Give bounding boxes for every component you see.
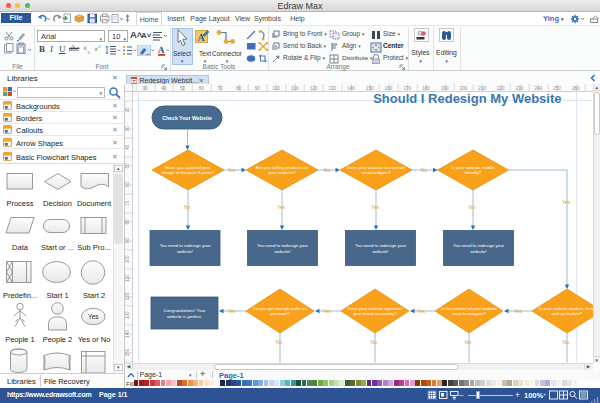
svg-text:social widgets?: social widgets? [361,170,391,175]
svg-text:website!: website! [372,249,388,254]
svg-text:30: 30 [125,126,130,132]
svg-text:60: 60 [125,182,130,188]
svg-text:50: 50 [125,163,130,169]
svg-text:No: No [469,204,476,210]
svg-text:Is your website modern, fresh: Is your website modern, fresh [539,306,593,311]
svg-text:No: No [324,167,331,173]
svg-text:website!: website! [177,249,193,254]
svg-text:40: 40 [125,144,130,150]
svg-text:and up-to-date?: and up-to-date? [552,311,583,316]
svg-text:Is the content of your website: Is the content of your website [441,306,498,311]
svg-text:website!: website! [470,249,486,254]
svg-text:friendly?: friendly? [465,170,482,175]
svg-text:Yes: Yes [227,167,236,173]
svg-text:You need to redesign your: You need to redesign your [159,243,211,248]
svg-text:20: 20 [125,107,130,113]
svg-text:website is perfect.: website is perfect. [167,314,202,319]
svg-text:No: No [276,339,283,345]
svg-text:150: 150 [125,348,130,356]
svg-text:easy to navigate?: easy to navigate? [452,311,486,316]
svg-text:110: 110 [125,274,130,282]
svg-text:Check Your Website: Check Your Website [162,115,212,121]
svg-text:140: 140 [125,330,130,338]
svg-text:Do you get enough traffic as: Do you get enough traffic as [253,306,307,311]
svg-text:130: 130 [125,311,130,319]
svg-text:No: No [371,339,378,345]
svg-text:A: A [198,32,206,43]
svg-text:design in the past 3 years?: design in the past 3 years? [162,170,215,175]
svg-text:No: No [563,339,570,345]
svg-text:A: A [158,45,165,55]
svg-text:You need to redesign your: You need to redesign your [453,243,505,248]
svg-text:Congratulations! Your: Congratulations! Your [164,308,207,313]
svg-text:No: No [465,339,472,345]
svg-text:Yes: Yes [88,313,99,320]
svg-text:Yes: Yes [227,308,236,314]
svg-text:you want?: you want? [270,311,290,316]
svg-text:You need to redesign your: You need to redesign your [355,243,407,248]
svg-text:Should I Redesign My Website: Should I Redesign My Website [373,92,561,106]
svg-text:Is your website mobile: Is your website mobile [451,165,495,170]
svg-text:Yes: Yes [514,308,523,314]
svg-text:80: 80 [125,219,130,225]
svg-text:100: 100 [125,255,130,263]
svg-text:Yes: Yes [417,308,426,314]
svg-text:You need to redesign your: You need to redesign your [257,243,309,248]
svg-text:Are you selling products on: Are you selling products on [256,165,310,170]
svg-text:Yes: Yes [277,204,286,210]
svg-text:90: 90 [125,238,130,244]
svg-text:Yes: Yes [323,308,332,314]
svg-text:Yes: Yes [371,204,380,210]
svg-text:Does your website incorporate: Does your website incorporate [347,165,406,170]
svg-text:Have you updated your: Have you updated your [165,165,211,170]
svg-text:your brand accurately?: your brand accurately? [353,311,397,316]
svg-text:Does your website represent: Does your website represent [348,306,403,311]
svg-text:Yes: Yes [562,199,571,205]
svg-text:120: 120 [125,292,130,300]
svg-text:No: No [421,167,428,173]
svg-text:70: 70 [125,200,130,206]
svg-text:No: No [184,204,191,210]
svg-text:your website?: your website? [268,170,296,175]
svg-text:website!: website! [274,249,290,254]
